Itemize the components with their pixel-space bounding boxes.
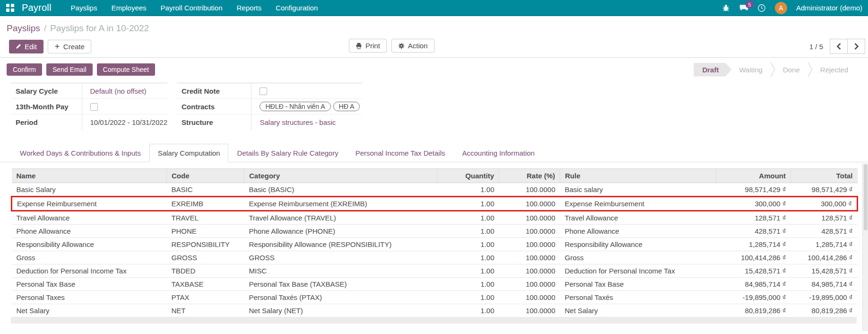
tab-personal-income-tax-details[interactable]: Personal Income Tax Details	[347, 144, 454, 162]
print-button[interactable]: Print	[349, 39, 387, 53]
topmenu-configuration[interactable]: Configuration	[269, 0, 325, 16]
tab-salary-computation[interactable]: Salary Computation	[149, 144, 229, 162]
column-header-name[interactable]: Name	[12, 168, 167, 183]
app-brand[interactable]: Payroll	[22, 2, 52, 13]
create-button[interactable]: Create	[48, 40, 91, 53]
statusbar-state-draft[interactable]: Draft	[694, 63, 731, 77]
field-value-period: 10/01/2022 - 10/31/2022	[82, 114, 167, 130]
topmenu-employees[interactable]: Employees	[104, 0, 153, 16]
workflow-button-send-email[interactable]: Send Email	[46, 63, 93, 76]
cell-name: Deduction for Personal Income Tax	[12, 264, 167, 277]
control-panel: Edit Create Print Action 1 / 5	[0, 35, 868, 57]
cell-quantity: 1.00	[437, 211, 499, 224]
column-header-rule[interactable]: Rule	[560, 168, 716, 183]
salary-computation-table-wrap: NameCodeCategoryQuantityRate (%)RuleAmou…	[0, 162, 868, 324]
cell-category: Net Salary (NET)	[244, 304, 437, 317]
cell-rate: 100.0000	[499, 304, 560, 317]
table-row[interactable]: Net SalaryNETNet Salary (NET)1.00100.000…	[12, 304, 858, 317]
cell-amount: 1,285,714 ₫	[716, 237, 791, 251]
cell-quantity: 1.00	[437, 277, 499, 290]
breadcrumb-parent[interactable]: Payslips	[7, 23, 40, 34]
checkbox-credit-note[interactable]	[260, 88, 267, 95]
field-link-salary-cycle[interactable]: Default (no offset)	[90, 87, 147, 95]
form-fields: Salary CycleDefault (no offset)13th-Mont…	[0, 81, 868, 130]
cell-name: Responsibility Allowance	[12, 237, 167, 251]
checkbox-13th-month-pay[interactable]	[90, 103, 98, 111]
table-row[interactable]: Personal Tax BaseTAXBASEPersonal Tax Bas…	[12, 277, 858, 290]
messages-icon[interactable]: 5	[739, 4, 748, 12]
statusbar-state-waiting[interactable]: Waiting	[731, 63, 770, 77]
topmenu-payroll-contribution[interactable]: Payroll Contribution	[154, 0, 230, 16]
cell-category: GROSS	[244, 251, 437, 264]
contract-tag[interactable]: HĐLĐ - Nhân viên A	[260, 102, 330, 111]
form-group-left: Salary CycleDefault (no offset)13th-Mont…	[11, 83, 167, 130]
contract-tag[interactable]: HĐ A	[333, 102, 360, 111]
field-row-structure: StructureSalary structures - basic	[177, 114, 362, 130]
table-row[interactable]: Personal TaxesPTAXPersonal Taxés (PTAX)1…	[12, 290, 858, 304]
field-row-credit-note: Credit Note	[177, 83, 362, 99]
cell-quantity: 1.00	[437, 224, 499, 237]
top-navbar: Payroll PayslipsEmployeesPayroll Contrib…	[0, 0, 868, 16]
table-row-highlighted[interactable]: Expense ReimbursementEXREIMBExpense Reim…	[12, 196, 858, 211]
tab-details-by-salary-rule-category[interactable]: Details By Salary Rule Category	[228, 144, 347, 162]
field-value-structure: Salary structures - basic	[252, 114, 362, 130]
tab-worked-days-contributions-inputs[interactable]: Worked Days & Contributions & Inputs	[11, 144, 149, 162]
table-row[interactable]: Deduction for Personal Income TaxTBDEDMI…	[12, 264, 858, 277]
cell-total: 15,428,571 ₫	[791, 264, 858, 277]
activities-clock-icon[interactable]	[757, 4, 766, 12]
cell-code: PHONE	[167, 224, 244, 237]
apps-grid-icon[interactable]	[6, 4, 14, 12]
pager-counter: 1 / 5	[809, 43, 823, 51]
cell-rule: Deduction for Personal Income Tax	[560, 264, 716, 277]
statusbar-state-rejected[interactable]: Rejected	[813, 63, 856, 77]
cell-rate: 100.0000	[499, 290, 560, 304]
cell-category: Personal Taxés (PTAX)	[244, 290, 437, 304]
cell-rate: 100.0000	[499, 211, 560, 224]
column-header-amount[interactable]: Amount	[716, 168, 791, 183]
edit-button[interactable]: Edit	[9, 40, 43, 53]
statusbar-chevron-icon	[807, 62, 813, 77]
column-header-rate[interactable]: Rate (%)	[499, 168, 560, 183]
column-header-category[interactable]: Category	[244, 168, 437, 183]
topmenu-payslips[interactable]: Payslips	[64, 0, 104, 16]
cell-amount: 80,819,286 ₫	[716, 304, 791, 317]
gear-icon	[398, 43, 405, 49]
cell-total: 128,571 ₫	[791, 211, 858, 224]
user-menu[interactable]: Administrator (demo)	[796, 4, 862, 12]
topbar-right: 5 A Administrator (demo)	[722, 2, 868, 14]
table-row[interactable]: Phone AllowancePHONEPhone Allowance (PHO…	[12, 224, 858, 237]
debug-bug-icon[interactable]	[722, 4, 730, 12]
column-header-code[interactable]: Code	[167, 168, 244, 183]
tab-accounting-information[interactable]: Accounting Information	[454, 144, 543, 162]
field-label-13th-month-pay: 13th-Month Pay	[11, 99, 82, 114]
table-row[interactable]: Responsibility AllowanceRESPONSIBILITYRe…	[12, 237, 858, 251]
cell-rate: 100.0000	[499, 264, 560, 277]
cell-rate: 100.0000	[499, 237, 560, 251]
status-row: ConfirmSend EmailCompute Sheet DraftWait…	[0, 58, 868, 81]
field-text-period: 10/01/2022 - 10/31/2022	[90, 118, 167, 126]
pager-previous-button[interactable]	[830, 39, 848, 54]
pager-next-button[interactable]	[847, 39, 865, 54]
column-header-total[interactable]: Total	[791, 168, 858, 183]
column-header-quantity[interactable]: Quantity	[437, 168, 499, 183]
cell-rate: 100.0000	[499, 196, 560, 211]
workflow-button-compute-sheet[interactable]: Compute Sheet	[97, 63, 155, 76]
avatar[interactable]: A	[775, 2, 787, 14]
cell-name: Phone Allowance	[12, 224, 167, 237]
table-row[interactable]: Travel AllowanceTRAVELTravel Allowance (…	[12, 211, 858, 224]
table-header-row: NameCodeCategoryQuantityRate (%)RuleAmou…	[12, 168, 858, 183]
pencil-icon	[16, 44, 21, 49]
table-row[interactable]: GrossGROSSGROSS1.00100.0000Gross100,414,…	[12, 251, 858, 264]
statusbar-state-done[interactable]: Done	[775, 63, 807, 77]
printer-icon	[356, 43, 362, 49]
field-label-credit-note: Credit Note	[177, 83, 252, 99]
workflow-button-confirm[interactable]: Confirm	[7, 63, 42, 76]
action-button[interactable]: Action	[391, 39, 434, 53]
cell-code: TRAVEL	[167, 211, 244, 224]
vertical-scrollbar[interactable]	[862, 163, 868, 331]
cell-total: 100,414,286 ₫	[791, 251, 858, 264]
field-link-structure[interactable]: Salary structures - basic	[260, 118, 336, 126]
topmenu-reports[interactable]: Reports	[230, 0, 269, 16]
cell-rule: Travel Allowance	[560, 211, 716, 224]
table-row[interactable]: Basic SalaryBASICBasic (BASIC)1.00100.00…	[12, 183, 858, 196]
